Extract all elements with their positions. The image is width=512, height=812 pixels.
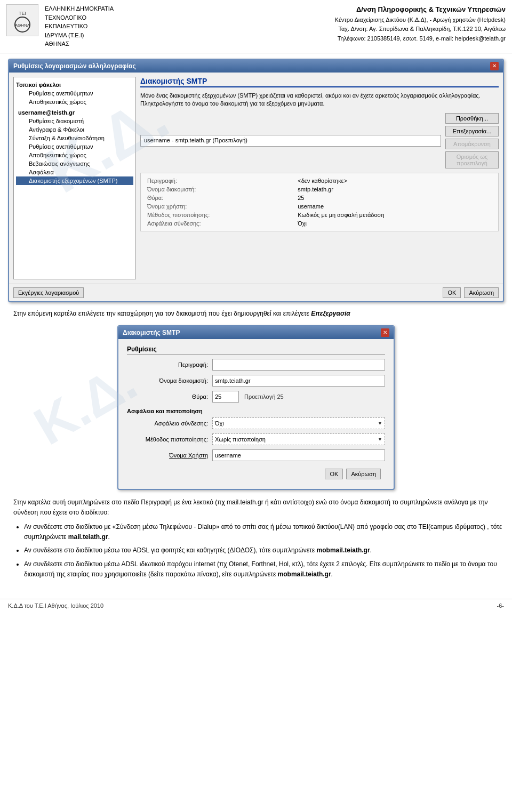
tree-item-storage1[interactable]: Αποθηκευτικός χώρος [16, 98, 133, 106]
tree-item-security[interactable]: Ασφάλεια [16, 168, 133, 176]
dialog2-body: Ρυθμίσεις Περιγραφή: Όνομα διακομιστή: Θ… [118, 339, 394, 489]
epexergasia-label: Επεξεργασία [311, 310, 350, 317]
tree-item-confirmations[interactable]: Βεβαιώσεις ανάγνωσης [16, 159, 133, 168]
form-server-label: Όνομα διακομιστή: [127, 377, 212, 384]
dept-line1: Κέντρο Διαχείρισης Δικτύου (Κ.Δ.Δ), - Αρ… [335, 15, 506, 25]
page-footer: Κ.Δ.Δ του Τ.Ε.Ι Αθήνας, Ιούλιος 2010 -6- [0, 599, 512, 612]
dialog2-cancel-button[interactable]: Ακύρωση [346, 469, 381, 479]
bullet3-bold: mobmail.teiath.gr [278, 570, 331, 578]
form-username-label: Όνομα Χρήστη [127, 452, 212, 459]
dialog1-cancel-button[interactable]: Ακύρωση [464, 287, 499, 298]
org-line2: ΤΕΧΝΟΛΟΓΙΚΟ [45, 13, 335, 22]
form-port-input[interactable] [212, 391, 239, 403]
tree-item-smtp[interactable]: Διακομιστής εξερχομένων (SMTP) [16, 176, 133, 185]
smtp-server-entry[interactable]: username - smtp.teiath.gr (Προεπιλογή) [140, 135, 441, 147]
tree-item-spam2[interactable]: Ρυθμίσεις ανεπιθύμητων [16, 142, 133, 151]
bullet1-post2: . [108, 533, 110, 541]
form-row-desc: Περιγραφή: [127, 359, 385, 371]
tree-section-local: Τοπικοί φάκελοι [16, 82, 133, 88]
bullet-list: Αν συνδέεστε στο διαδίκτυο με «Σύνδεση μ… [8, 522, 504, 580]
dept-title: Δ/νση Πληροφορικής & Τεχνικών Υπηρεσιών [335, 4, 506, 15]
dept-line3: Τηλέφωνο: 2105385149, εσωτ. 5149, e-mail… [335, 34, 506, 44]
form-row-server: Όνομα διακομιστή: [127, 375, 385, 387]
smtp-detail-row-security: Ασφάλεια σύνδεσης: Όχι [145, 219, 494, 228]
smtp-detail-row-auth: Μέθοδος πιστοποίησης: Κωδικός με μη ασφα… [145, 211, 494, 219]
security-dropdown-arrow[interactable]: ▼ [378, 421, 382, 426]
form-server-input[interactable] [212, 375, 385, 387]
header: ΤΕΙ ΑΘΗΝΑ ΕΛΛΗΝΙΚΗ ΔΗΜΟΚΡΑΤΙΑ ΤΕΧΝΟΛΟΓΙΚ… [0, 0, 512, 53]
dialog2-section2-title: Ασφάλεια και πιστοποίηση [127, 408, 385, 414]
svg-text:ΑΘΗΝΑ: ΑΘΗΝΑ [15, 23, 30, 28]
auth-dropdown-arrow[interactable]: ▼ [378, 437, 382, 442]
smtp-detail-row-desc: Περιγραφή: <δεν καθορίστηκε> [145, 176, 494, 185]
add-smtp-button[interactable]: Προσθήκη... [445, 113, 499, 124]
smtp-action-buttons: Προσθήκη... Επεξεργασία... Απομάκρυνση Ο… [445, 113, 499, 168]
accounts-button[interactable]: Εκγέργιες λογαριασμού [13, 287, 84, 298]
bullet2-bold: mobmail.teiath.gr [317, 546, 370, 554]
footer-right: -6- [497, 602, 504, 609]
smtp-desc-label: Περιγραφή: [145, 176, 295, 185]
smtp-port-label: Θύρα: [145, 194, 295, 202]
contact-info: Δ/νση Πληροφορικής & Τεχνικών Υπηρεσιών … [335, 4, 506, 44]
smtp-server-value: smtp.teiath.gr [295, 185, 494, 194]
bullet2-post: . [370, 546, 372, 554]
edit-smtp-button[interactable]: Επεξεργασία... [445, 126, 499, 136]
auth-value: Χωρίς πιστοποίηση [215, 436, 266, 443]
smtp-description: Μόνο ένας διακομιστής εξερχομένων (SMTP)… [140, 92, 499, 108]
tree-item-spam1[interactable]: Ρυθμίσεις ανεπιθύμητων [16, 89, 133, 98]
tree-item-copies[interactable]: Αντίγραφα & Φάκελοι [16, 125, 133, 134]
form-username-input[interactable] [212, 449, 385, 461]
dialog2-footer: OK Ακύρωση [127, 465, 385, 483]
bullet1-pre: Αν συνδέεστε στο διαδίκτυο με [24, 523, 113, 530]
org-line1: ΕΛΛΗΝΙΚΗ ΔΗΜΟΚΡΑΤΙΑ [45, 4, 335, 13]
dialog1-footer: Εκγέργιες λογαριασμού OK Ακύρωση [9, 284, 503, 301]
settings-tree: Τοπικοί φάκελοι Ρυθμίσεις ανεπιθύμητων Α… [13, 77, 136, 279]
bullet1-bold: mail.teiath.gr [68, 533, 108, 541]
bullet-item-1: Αν συνδέεστε στο διαδίκτυο με «Σύνδεση μ… [24, 522, 504, 542]
dialog2-section1-title: Ρυθμίσεις [127, 345, 385, 355]
dialog2-titlebar: Διακομιστής SMTP ✕ [118, 326, 394, 339]
dialog1-ok-button[interactable]: OK [443, 287, 461, 298]
smtp-user-value: username [295, 202, 494, 211]
smtp-security-label: Ασφάλεια σύνδεσης: [145, 219, 295, 228]
remove-smtp-button[interactable]: Απομάκρυνση [445, 139, 499, 149]
org-line5: ΑΘΗΝΑΣ [45, 39, 335, 49]
set-default-smtp-button[interactable]: Ορισμός ως προεπιλογή [445, 151, 499, 168]
port-row: Προεπιλογή 25 [212, 391, 284, 403]
dialog1-right-panel: Διακομιστής SMTP Μόνο ένας διακομιστής ε… [140, 77, 499, 279]
security-value: Όχι [215, 420, 224, 427]
dialog1-titlebar: Ρυθμίσεις λογαριασμών αλληλογραφίας ✕ [9, 60, 503, 73]
form-desc-input[interactable] [212, 359, 385, 371]
smtp-detail-row-server: Όνομα διακομιστή: smtp.teiath.gr [145, 185, 494, 194]
bullet1-italic: «Σύνδεση μέσω Τηλεφώνου - Dialup» [113, 523, 219, 530]
dialog2-ok-button[interactable]: OK [325, 469, 343, 479]
form-auth-label: Μέθοδος πιστοποίησης: [127, 436, 212, 443]
smtp-server-label: Όνομα διακομιστή: [145, 185, 295, 194]
smtp-auth-label: Μέθοδος πιστοποίησης: [145, 211, 295, 219]
dialog1-close-button[interactable]: ✕ [490, 62, 499, 70]
bullet-item-3: Αν συνδέεστε στο διαδίκτυο μέσω ADSL ιδι… [24, 559, 504, 580]
instruction2-intro: Στην καρτέλα αυτή συμπληρώνετε στο πεδίο… [8, 497, 504, 518]
smtp-edit-dialog: Διακομιστής SMTP ✕ Ρυθμίσεις Περιγραφή: … [117, 325, 395, 490]
tree-item-account[interactable]: username@teisth.gr [16, 108, 133, 117]
port-default-label: Προεπιλογή 25 [244, 393, 284, 400]
smtp-section-title: Διακομιστής SMTP [140, 77, 499, 87]
smtp-detail-row-port: Θύρα: 25 [145, 194, 494, 202]
tree-item-server-settings[interactable]: Ρυθμίσεις διακομιστή [16, 117, 133, 125]
dialog2-close-button[interactable]: ✕ [381, 328, 389, 337]
org-line4: ΙΔΡΥΜΑ (Τ.Ε.Ι) [45, 31, 335, 40]
account-settings-dialog: Ρυθμίσεις λογαριασμών αλληλογραφίας ✕ Το… [8, 59, 504, 302]
form-row-security: Ασφάλεια σύνδεσης: Όχι ▼ [127, 417, 385, 429]
security-select[interactable]: Όχι ▼ [212, 417, 385, 429]
smtp-auth-value: Κωδικός με μη ασφαλή μετάδοση [295, 211, 494, 219]
dialog1-body: Τοπικοί φάκελοι Ρυθμίσεις ανεπιθύμητων Α… [9, 73, 503, 284]
org-line3: ΕΚΠΑΙΔΕΥΤΙΚΟ [45, 22, 335, 31]
tree-item-storage2[interactable]: Αποθηκευτικός χώρος [16, 151, 133, 159]
svg-text:ΤΕΙ: ΤΕΙ [19, 11, 26, 16]
tree-item-compose[interactable]: Σύνταξη & Διευθυνσιοδότηση [16, 134, 133, 142]
smtp-security-value: Όχι [295, 219, 494, 228]
smtp-details-table: Περιγραφή: <δεν καθορίστηκε> Όνομα διακο… [145, 176, 494, 228]
instruction2-intro-text: Στην καρτέλα αυτή συμπληρώνετε στο πεδίο… [13, 499, 487, 516]
auth-select[interactable]: Χωρίς πιστοποίηση ▼ [212, 433, 385, 445]
smtp-port-value: 25 [295, 194, 494, 202]
